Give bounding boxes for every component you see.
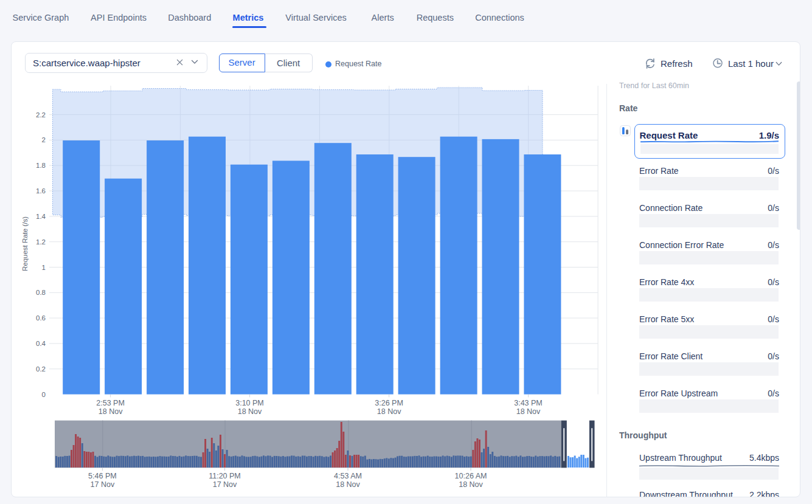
svg-text:1: 1 <box>42 264 46 271</box>
svg-text:Request Rate (/s): Request Rate (/s) <box>21 216 29 271</box>
svg-text:11:20 PM: 11:20 PM <box>209 472 241 480</box>
svg-text:18 Nov: 18 Nov <box>336 480 360 489</box>
svg-text:1.8: 1.8 <box>36 162 46 169</box>
svg-text:18 Nov: 18 Nov <box>377 407 401 416</box>
svg-text:10:26 AM: 10:26 AM <box>455 472 487 480</box>
svg-text:1.6: 1.6 <box>36 187 46 195</box>
svg-text:4:53 AM: 4:53 AM <box>334 472 362 480</box>
svg-text:0.2: 0.2 <box>36 365 46 373</box>
svg-text:18 Nov: 18 Nov <box>516 407 541 416</box>
svg-text:3:26 PM: 3:26 PM <box>375 399 403 407</box>
svg-text:2.2: 2.2 <box>36 111 46 119</box>
svg-text:18 Nov: 18 Nov <box>99 407 123 416</box>
svg-text:2:53 PM: 2:53 PM <box>96 399 125 407</box>
svg-text:17 Nov: 17 Nov <box>91 480 115 489</box>
svg-text:2: 2 <box>42 136 46 143</box>
svg-text:3:10 PM: 3:10 PM <box>235 399 264 407</box>
svg-text:5:46 PM: 5:46 PM <box>88 472 117 480</box>
svg-text:0.6: 0.6 <box>36 314 46 322</box>
svg-text:17 Nov: 17 Nov <box>213 480 237 489</box>
svg-text:3:43 PM: 3:43 PM <box>514 399 543 407</box>
svg-text:1.2: 1.2 <box>36 238 46 246</box>
svg-text:18 Nov: 18 Nov <box>459 480 483 489</box>
svg-text:0.8: 0.8 <box>36 289 46 296</box>
svg-text:18 Nov: 18 Nov <box>238 407 262 416</box>
svg-text:1.4: 1.4 <box>36 213 46 220</box>
svg-text:0: 0 <box>42 391 46 398</box>
svg-text:0.4: 0.4 <box>36 340 46 347</box>
